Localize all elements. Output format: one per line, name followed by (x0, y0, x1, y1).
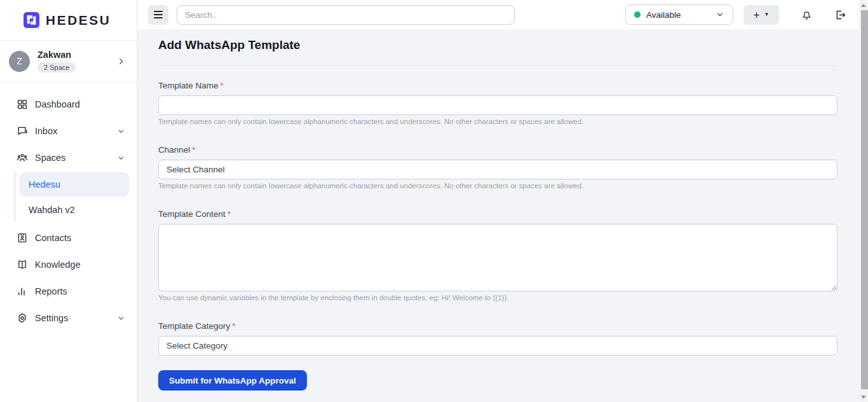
notifications-button[interactable] (801, 9, 813, 21)
caret-down-icon: ▼ (764, 12, 770, 17)
plus-icon: + (754, 10, 760, 20)
chevron-down-icon (117, 127, 125, 135)
chevron-right-icon (117, 57, 125, 66)
sidebar-item-label: Inbox (35, 126, 57, 136)
scrollbar-thumb[interactable] (861, 10, 868, 389)
status-label: Available (646, 10, 681, 20)
template-category-label: Template Category* (158, 321, 236, 331)
logout-icon (834, 9, 846, 21)
main-content: Add WhatsApp Template Template Name* Tem… (138, 29, 859, 402)
user-name: Zakwan (37, 50, 76, 60)
title-divider (158, 66, 837, 66)
sidebar-item-label: Dashboard (35, 99, 80, 109)
sidebar-item-label: Reports (35, 286, 67, 296)
status-dot-icon (634, 11, 641, 18)
sidebar-item-label: Settings (35, 313, 68, 323)
sidebar-item-label: Contacts (35, 233, 71, 243)
sidebar-item-settings[interactable]: Settings (0, 305, 137, 331)
template-name-group: Template Name* Template names can only c… (158, 80, 837, 125)
sidebar-item-knowledge[interactable]: Knowledge (0, 251, 137, 278)
sidebar-item-dashboard[interactable]: Dashboard (0, 91, 137, 118)
template-content-label: Template Content* (158, 209, 231, 219)
sidebar-item-label: Knowledge (35, 260, 81, 270)
availability-status-dropdown[interactable]: Available (625, 4, 733, 25)
channel-select[interactable]: Select Channel (158, 160, 837, 179)
inbox-icon (17, 125, 28, 137)
spaces-icon (17, 152, 28, 163)
required-asterisk: * (227, 209, 231, 219)
hedesu-logo-icon (24, 12, 39, 28)
template-content-helper: You can use dynamic variables in the tem… (158, 294, 837, 302)
channel-helper: Template names can only contain lowercas… (158, 182, 837, 190)
sidebar-nav: Dashboard Inbox Spaces Hedesu Wahdah v2 (0, 83, 137, 331)
template-category-group: Template Category* Select Category (158, 321, 837, 356)
search-input[interactable] (177, 5, 515, 25)
template-content-textarea[interactable] (158, 224, 837, 291)
sidebar-item-contacts[interactable]: Contacts (0, 225, 137, 251)
channel-label: Channel* (158, 145, 196, 155)
contacts-icon (17, 232, 28, 244)
space-count-badge: 2 Space (37, 62, 76, 73)
template-name-label: Template Name* (158, 81, 224, 90)
chevron-down-icon (117, 154, 125, 162)
template-name-input[interactable] (158, 95, 837, 115)
sidebar-item-label: Spaces (35, 153, 65, 163)
template-name-helper: Template names can only contain lowercas… (158, 118, 837, 125)
add-new-button[interactable]: + ▼ (743, 5, 779, 25)
channel-group: Channel* Select Channel Template names c… (158, 144, 837, 190)
scroll-down-arrow[interactable] (859, 392, 868, 401)
required-asterisk: * (232, 321, 235, 331)
template-category-select[interactable]: Select Category (158, 336, 837, 356)
dashboard-icon (17, 99, 28, 110)
sidebar-subitem-wahdah-v2[interactable]: Wahdah v2 (20, 198, 129, 222)
knowledge-icon (17, 259, 28, 270)
bell-icon (801, 9, 813, 21)
required-asterisk: * (220, 81, 224, 90)
template-content-group: Template Content* You can use dynamic va… (158, 209, 837, 302)
sidebar: HEDESU Z Zakwan 2 Space Dashboard Inbox (0, 0, 137, 402)
user-profile[interactable]: Z Zakwan 2 Space (0, 41, 137, 83)
vertical-scrollbar[interactable] (859, 0, 868, 402)
chevron-down-icon (715, 10, 724, 19)
menu-toggle-button[interactable] (148, 5, 168, 25)
spaces-subnav: Hedesu Wahdah v2 (15, 172, 129, 222)
submit-for-approval-button[interactable]: Submit for WhatsApp Approval (158, 370, 307, 391)
scroll-up-arrow[interactable] (859, 1, 868, 10)
page-title: Add WhatsApp Template (158, 38, 837, 52)
sidebar-item-inbox[interactable]: Inbox (0, 118, 137, 144)
sidebar-item-spaces[interactable]: Spaces (0, 144, 137, 171)
topbar: Available + ▼ (138, 0, 859, 29)
sidebar-item-reports[interactable]: Reports (0, 278, 137, 305)
logout-button[interactable] (834, 9, 846, 21)
settings-icon (17, 312, 28, 324)
brand[interactable]: HEDESU (0, 0, 137, 41)
required-asterisk: * (192, 145, 195, 155)
avatar: Z (9, 51, 30, 72)
reports-icon (17, 286, 28, 297)
brand-name: HEDESU (46, 13, 111, 28)
sidebar-subitem-hedesu[interactable]: Hedesu (20, 172, 129, 197)
chevron-down-icon (117, 314, 125, 322)
